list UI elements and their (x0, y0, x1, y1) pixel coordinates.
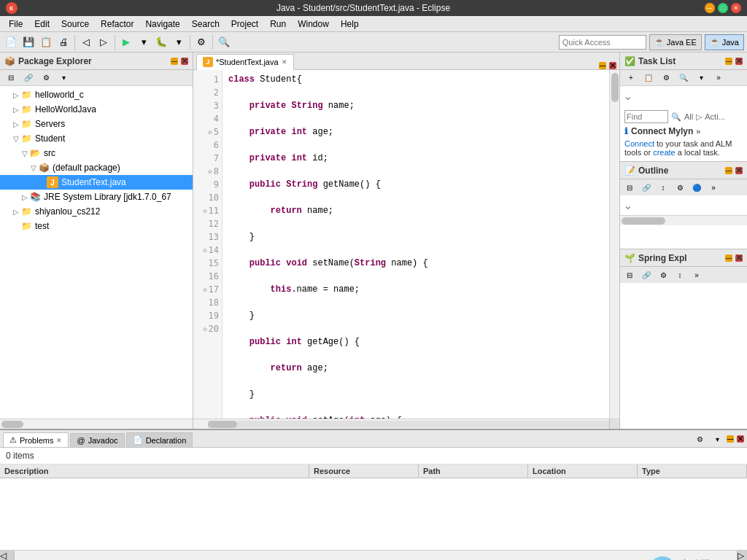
tree-item-helloworld-c[interactable]: ▷ 📁 helloworld_c (0, 88, 193, 102)
perspective-java-ee[interactable]: ☕ Java EE (649, 34, 702, 50)
pkg-hscrollbar[interactable] (0, 419, 193, 429)
col-location[interactable]: Location (528, 464, 638, 478)
task-find-input[interactable] (624, 110, 668, 123)
tree-item-jre[interactable]: ▷ 📚 JRE System Library [jdk1.7.0_67 (0, 190, 193, 204)
spring-btn3[interactable]: ⚙ (655, 267, 671, 283)
pkg-filter[interactable]: ⚙ (38, 70, 54, 86)
debug-button[interactable]: 🐛 (153, 34, 169, 50)
spring-close-button[interactable]: ✕ (735, 254, 743, 262)
outline-hscrollbar[interactable] (620, 215, 747, 225)
outline-btn4[interactable]: ⚙ (672, 179, 688, 195)
panel-minimize-button[interactable]: ─ (171, 58, 178, 65)
save-button[interactable]: 💾 (20, 34, 36, 50)
problems-tab-close[interactable]: ✕ (56, 437, 62, 444)
menu-edit[interactable]: Edit (28, 18, 55, 31)
bottom-minimize-button[interactable]: ─ (727, 435, 734, 443)
outline-btn2[interactable]: 🔗 (638, 179, 654, 195)
task-btn2[interactable]: 📋 (640, 70, 657, 86)
editor-minimize-button[interactable]: ─ (599, 62, 606, 69)
task-filter-acti-label[interactable]: Acti... (705, 112, 725, 121)
outline-btn6[interactable]: » (705, 179, 721, 195)
mylyn-create-link[interactable]: create (653, 148, 676, 157)
task-btn3[interactable]: ⚙ (658, 70, 674, 86)
spring-minimize-button[interactable]: ─ (725, 254, 732, 262)
pkg-menu[interactable]: ▾ (55, 70, 71, 86)
outline-btn3[interactable]: ↕ (655, 179, 671, 195)
new-button[interactable]: 📄 (3, 34, 19, 50)
outline-btn5[interactable]: 🔵 (689, 179, 705, 195)
menu-run[interactable]: Run (264, 18, 292, 31)
task-expand-icon[interactable]: ⌄ (623, 90, 632, 102)
tree-item-test[interactable]: 📁 test (0, 219, 193, 233)
col-path[interactable]: Path (419, 464, 528, 478)
link-with-editor[interactable]: 🔗 (20, 70, 36, 86)
task-new[interactable]: + (623, 70, 639, 86)
menu-file[interactable]: File (3, 18, 28, 31)
minimize-button[interactable]: ─ (705, 3, 715, 13)
editor-tab-studenttext[interactable]: J *StudentText.java ✕ (196, 54, 294, 70)
tree-item-helloworldjava[interactable]: ▷ 📁 HelloWorldJava (0, 102, 193, 117)
search-button[interactable]: 🔍 (216, 34, 232, 50)
menu-window[interactable]: Window (292, 18, 335, 31)
menu-refactor[interactable]: Refactor (95, 18, 139, 31)
tree-item-student[interactable]: ▽ 📁 Student (0, 131, 193, 146)
panel-close-button[interactable]: ✕ (181, 58, 188, 65)
spring-btn4[interactable]: ↕ (672, 267, 688, 283)
col-type[interactable]: Type (638, 464, 747, 478)
menu-source[interactable]: Source (55, 18, 95, 31)
save-all-button[interactable]: 📋 (38, 34, 54, 50)
task-filter-acti[interactable]: ▷ (696, 112, 702, 122)
col-resource[interactable]: Resource (309, 464, 419, 478)
menu-project[interactable]: Project (225, 18, 264, 31)
editor-content[interactable]: 1234 ◇5 67 ◇8 910 ◇11 1213 ◇14 1516 ◇17 … (193, 70, 619, 419)
folder-icon-3: 📁 (20, 118, 32, 130)
run-button[interactable]: ▶ (118, 34, 134, 50)
outline-minimize-button[interactable]: ─ (725, 167, 732, 174)
task-chevron[interactable]: » (711, 70, 727, 86)
tab-javadoc[interactable]: @ Javadoc (70, 433, 124, 447)
problems-filter[interactable]: ⚙ (692, 431, 708, 447)
bottom-close-button[interactable]: ✕ (737, 435, 744, 443)
problems-menu[interactable]: ▾ (709, 431, 725, 447)
tree-item-default-pkg[interactable]: ▽ 📦 (default package) (0, 160, 193, 175)
perspective-java[interactable]: ☕ Java (705, 34, 744, 50)
tab-problems[interactable]: ⚠ Problems ✕ (3, 432, 69, 447)
task-filter-all[interactable]: All (684, 112, 693, 121)
outline-expand-icon[interactable]: ⌄ (623, 199, 632, 211)
outline-btn1[interactable]: ⊟ (622, 179, 638, 195)
quick-access-input[interactable] (559, 35, 646, 50)
print-button[interactable]: 🖨 (55, 34, 71, 50)
task-close-button[interactable]: ✕ (735, 58, 743, 65)
external-tools[interactable]: ⚙ (193, 34, 209, 50)
task-minimize-button[interactable]: ─ (725, 58, 732, 65)
outline-close-button[interactable]: ✕ (735, 167, 743, 174)
prev-edit-button[interactable]: ◁ (78, 34, 94, 50)
task-btn5[interactable]: ▾ (693, 70, 709, 86)
run-dropdown[interactable]: ▾ (136, 34, 152, 50)
menu-search[interactable]: Search (186, 18, 225, 31)
task-btn4[interactable]: 🔍 (676, 70, 692, 86)
editor-vscrollbar[interactable] (609, 70, 619, 419)
mylyn-expand-icon[interactable]: » (696, 127, 700, 136)
close-button[interactable]: ✕ (731, 3, 741, 13)
code-editor[interactable]: class Student{ private String name; priv… (222, 70, 609, 419)
debug-dropdown[interactable]: ▾ (171, 34, 187, 50)
spring-btn2[interactable]: 🔗 (638, 267, 654, 283)
spring-btn1[interactable]: ⊟ (622, 267, 638, 283)
tree-item-servers[interactable]: ▷ 📁 Servers (0, 117, 193, 131)
maximize-button[interactable]: □ (718, 3, 728, 13)
tab-close-button[interactable]: ✕ (282, 58, 287, 66)
tree-item-src[interactable]: ▽ 📂 src (0, 146, 193, 160)
collapse-all[interactable]: ⊟ (3, 70, 19, 86)
mylyn-connect-link[interactable]: Connect (624, 139, 654, 148)
next-edit-button[interactable]: ▷ (96, 34, 112, 50)
editor-close-button[interactable]: ✕ (609, 62, 616, 69)
editor-hscrollbar[interactable] (193, 419, 619, 429)
menu-navigate[interactable]: Navigate (139, 18, 185, 31)
tree-item-studenttext[interactable]: J StudentText.java (0, 175, 193, 190)
menu-help[interactable]: Help (335, 18, 365, 31)
col-description[interactable]: Description (0, 464, 309, 478)
spring-btn5[interactable]: » (689, 267, 705, 283)
tree-item-shiyanlou[interactable]: ▷ 📁 shiyanlou_cs212 (0, 204, 193, 219)
tab-declaration[interactable]: 📄 Declaration (126, 432, 193, 447)
